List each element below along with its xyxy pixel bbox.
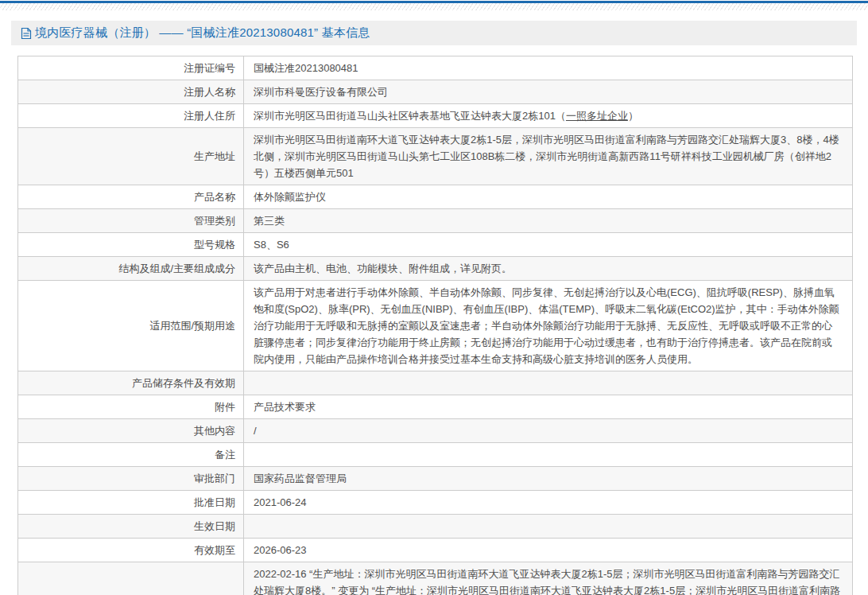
reg-cert-number-label: 注册证编号	[18, 56, 244, 80]
table-row: 其他内容 /	[18, 419, 853, 443]
intended-use-label: 适用范围/预期用途	[18, 281, 244, 371]
product-name-label: 产品名称	[18, 185, 244, 209]
approval-date-value: 2021-06-24	[244, 491, 853, 515]
table-row: 2022-02-16 “生产地址：深圳市光明区马田街道南环大道飞亚达钟表大厦2栋…	[18, 562, 853, 595]
product-name-value: 体外除颤监护仪	[244, 185, 853, 209]
effective-date-value	[244, 515, 853, 539]
other-content-label: 其他内容	[18, 419, 244, 443]
structure-composition-label: 结构及组成/主要组成成分	[18, 257, 244, 281]
attachments-value: 产品技术要求	[244, 395, 853, 419]
approval-department-value: 国家药品监督管理局	[244, 467, 853, 491]
structure-composition-value: 该产品由主机、电池、功能模块、附件组成，详见附页。	[244, 257, 853, 281]
table-row: 附件 产品技术要求	[18, 395, 853, 419]
remarks-value	[244, 443, 853, 467]
table-row: 审批部门 国家药品监督管理局	[18, 467, 853, 491]
registrant-name-label: 注册人名称	[18, 80, 244, 104]
page-title-bar: 境内医疗器械（注册） —— “国械注准20213080481” 基本信息	[11, 21, 857, 45]
reg-cert-number-value: 国械注准20213080481	[244, 56, 853, 80]
attachments-label: 附件	[18, 395, 244, 419]
approval-date-label: 批准日期	[18, 491, 244, 515]
table-row: 生效日期	[18, 515, 853, 539]
table-row: 注册人名称 深圳市科曼医疗设备有限公司	[18, 80, 853, 104]
registrant-address-text-close: ）	[628, 110, 638, 122]
valid-until-value: 2026-06-23	[244, 539, 853, 562]
production-address-value: 深圳市光明区马田街道南环大道飞亚达钟表大厦2栋1-5层，深圳市光明区马田街道富利…	[244, 128, 853, 185]
other-content-value: /	[244, 419, 853, 443]
table-row: 型号规格 S8、S6	[18, 233, 853, 257]
remarks-label: 备注	[18, 443, 244, 467]
document-icon	[21, 27, 32, 40]
valid-until-label: 有效期至	[18, 539, 244, 562]
approval-department-label: 审批部门	[18, 467, 244, 491]
table-row: 结构及组成/主要组成成分 该产品由主机、电池、功能模块、附件组成，详见附页。	[18, 257, 853, 281]
table-row: 注册证编号 国械注准20213080481	[18, 56, 853, 80]
table-row: 备注	[18, 443, 853, 467]
table-row: 批准日期 2021-06-24	[18, 491, 853, 515]
table-row: 产品名称 体外除颤监护仪	[18, 185, 853, 209]
hatched-divider	[0, 3, 868, 10]
registrant-address-text: 深圳市光明区马田街道马山头社区钟表基地飞亚达钟表大厦2栋101（	[254, 110, 566, 122]
multi-address-enterprise-link[interactable]: 一照多址企业	[566, 110, 628, 122]
table-row: 有效期至 2026-06-23	[18, 539, 853, 562]
table-row: 注册人住所 深圳市光明区马田街道马山头社区钟表基地飞亚达钟表大厦2栋101（一照…	[18, 104, 853, 128]
storage-conditions-label: 产品储存条件及有效期	[18, 371, 244, 395]
effective-date-label: 生效日期	[18, 515, 244, 539]
table-row: 生产地址 深圳市光明区马田街道南环大道飞亚达钟表大厦2栋1-5层，深圳市光明区马…	[18, 128, 853, 185]
table-row: 产品储存条件及有效期	[18, 371, 853, 395]
storage-conditions-value	[244, 371, 853, 395]
registrant-address-value: 深圳市光明区马田街道马山头社区钟表基地飞亚达钟表大厦2栋101（一照多址企业）	[244, 104, 853, 128]
production-address-label: 生产地址	[18, 128, 244, 185]
registrant-address-label: 注册人住所	[18, 104, 244, 128]
management-category-label: 管理类别	[18, 209, 244, 233]
registrant-name-value: 深圳市科曼医疗设备有限公司	[244, 80, 853, 104]
table-row: 管理类别 第三类	[18, 209, 853, 233]
intended-use-value: 该产品用于对患者进行手动体外除颤、半自动体外除颤、同步复律、无创起搏治疗以及心电…	[244, 281, 853, 371]
change-record-label	[18, 562, 244, 595]
table-row: 适用范围/预期用途 该产品用于对患者进行手动体外除颤、半自动体外除颤、同步复律、…	[18, 281, 853, 371]
change-record-value: 2022-02-16 “生产地址：深圳市光明区马田街道南环大道飞亚达钟表大厦2栋…	[244, 562, 853, 595]
management-category-value: 第三类	[244, 209, 853, 233]
registration-info-table: 注册证编号 国械注准20213080481 注册人名称 深圳市科曼医疗设备有限公…	[17, 56, 853, 595]
model-spec-value: S8、S6	[244, 233, 853, 257]
model-spec-label: 型号规格	[18, 233, 244, 257]
page-title: 境内医疗器械（注册） —— “国械注准20213080481” 基本信息	[35, 25, 370, 41]
